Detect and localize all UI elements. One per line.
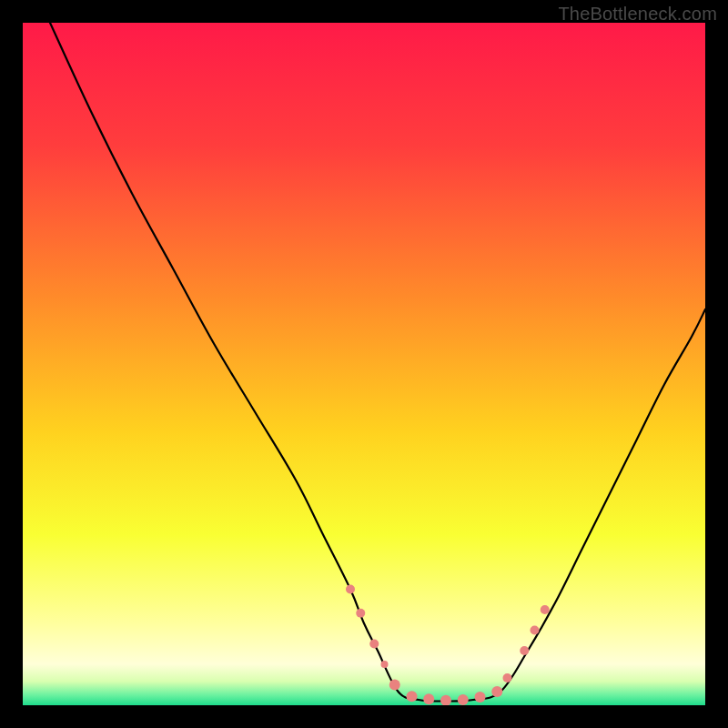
watermark-text: TheBottleneck.com bbox=[558, 4, 717, 25]
marker-dot bbox=[503, 673, 512, 682]
marker-dot bbox=[389, 680, 400, 691]
marker-dot bbox=[520, 646, 529, 655]
chart-svg bbox=[23, 23, 705, 705]
marker-dot bbox=[541, 605, 550, 614]
marker-dot bbox=[531, 626, 540, 635]
gradient-background bbox=[23, 23, 705, 705]
marker-dot bbox=[381, 661, 389, 668]
outer-frame: TheBottleneck.com bbox=[0, 0, 728, 728]
marker-dot bbox=[491, 686, 502, 697]
marker-dot bbox=[458, 694, 469, 705]
marker-dot bbox=[423, 693, 434, 704]
marker-dot bbox=[356, 609, 365, 618]
marker-dot bbox=[475, 692, 486, 703]
marker-dot bbox=[407, 691, 418, 702]
marker-dot bbox=[346, 585, 355, 594]
marker-dot bbox=[369, 640, 379, 649]
